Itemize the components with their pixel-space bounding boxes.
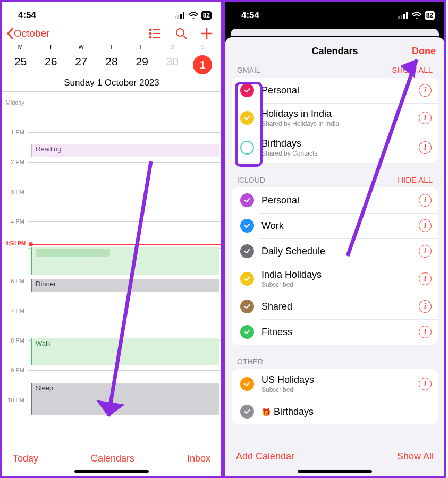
day-column-selected[interactable]: S1 <box>188 44 218 74</box>
home-indicator[interactable] <box>298 470 372 473</box>
now-time-label: 4:54 PM <box>5 241 26 246</box>
calendar-row[interactable]: 🎁Birthdays <box>232 399 438 424</box>
calendar-row[interactable]: Holidays in IndiaShared by Holidays in I… <box>232 103 438 133</box>
battery-icon: 82 <box>201 11 212 20</box>
svg-line-11 <box>183 36 187 39</box>
search-icon[interactable] <box>175 28 187 39</box>
today-button[interactable]: Today <box>13 453 38 464</box>
svg-rect-2 <box>180 14 182 19</box>
show-all-gmail[interactable]: SHOW ALL <box>392 65 433 74</box>
day-column[interactable]: S30 <box>157 44 188 74</box>
other-group: US HolidaysSubscribedi 🎁Birthdays <box>232 369 438 424</box>
checkbox-icon[interactable] <box>240 272 254 286</box>
info-button[interactable]: i <box>419 219 432 232</box>
info-button[interactable]: i <box>419 378 432 390</box>
gift-icon: 🎁 <box>261 408 271 416</box>
calendar-row[interactable]: India HolidaysSubscribedi <box>232 264 438 294</box>
calendar-row[interactable]: Fitnessi <box>232 319 438 345</box>
list-view-icon[interactable] <box>149 28 162 39</box>
calendar-row[interactable]: Worki <box>232 213 438 238</box>
checkbox-icon[interactable] <box>240 83 254 97</box>
cellular-icon <box>175 12 185 19</box>
hour-label: 4 PM <box>2 218 28 225</box>
svg-rect-19 <box>406 12 408 19</box>
now-indicator <box>30 244 221 245</box>
home-indicator[interactable] <box>74 470 149 473</box>
status-time: 4:54 <box>18 10 36 21</box>
checkbox-icon[interactable] <box>240 193 254 207</box>
day-column[interactable]: T26 <box>36 44 66 74</box>
add-calendar-button[interactable]: Add Calendar <box>236 451 294 462</box>
checkbox-icon[interactable] <box>240 377 254 391</box>
calendar-row[interactable]: Sharedi <box>232 294 438 319</box>
event-sleep[interactable]: Sleep <box>31 383 219 415</box>
info-button[interactable]: i <box>419 112 432 124</box>
hour-label: 1 PM <box>2 129 28 135</box>
event-blurred[interactable] <box>31 247 219 275</box>
calendars-button[interactable]: Calendars <box>91 453 134 464</box>
chevron-left-icon <box>6 28 14 39</box>
calendar-row[interactable]: BirthdaysShared by Contacts i <box>232 133 438 163</box>
info-button[interactable]: i <box>419 84 432 97</box>
gmail-group: Personal i Holidays in IndiaShared by Ho… <box>232 78 438 163</box>
hour-label: 6 PM <box>2 278 28 284</box>
svg-rect-3 <box>183 12 184 19</box>
calendar-row[interactable]: Personal i <box>232 78 438 103</box>
info-button[interactable]: i <box>419 245 432 258</box>
svg-point-8 <box>150 37 151 38</box>
section-header-gmail: GMAIL <box>237 66 260 74</box>
event-walk[interactable]: Walk <box>31 338 219 365</box>
calendar-row[interactable]: Daily Schedulei <box>232 238 438 264</box>
checkbox-icon[interactable] <box>240 405 254 419</box>
svg-rect-16 <box>398 16 400 19</box>
event-reading[interactable]: Reading <box>31 144 219 157</box>
info-button[interactable]: i <box>419 300 432 313</box>
checkbox-icon[interactable] <box>240 244 254 258</box>
hour-label: Midday <box>2 99 28 106</box>
info-button[interactable]: i <box>419 326 432 338</box>
svg-rect-18 <box>403 14 405 19</box>
inbox-button[interactable]: Inbox <box>187 453 210 464</box>
status-time: 4:54 <box>241 10 259 21</box>
wifi-icon <box>412 12 421 19</box>
section-header-icloud: ICLOUD <box>237 176 265 184</box>
hour-label: 8 PM <box>2 337 28 344</box>
svg-point-6 <box>150 33 151 35</box>
day-column[interactable]: W27 <box>66 44 96 74</box>
back-button[interactable]: October <box>6 28 50 39</box>
calendar-row[interactable]: Personali <box>232 187 438 213</box>
status-bar: 4:54 82 <box>225 2 444 25</box>
done-button[interactable]: Done <box>412 46 436 57</box>
battery-icon: 82 <box>425 11 435 20</box>
checkbox-icon[interactable] <box>240 325 254 339</box>
info-button[interactable]: i <box>419 194 432 207</box>
day-column[interactable]: T28 <box>96 44 126 74</box>
checkbox-icon[interactable] <box>240 300 254 313</box>
svg-rect-0 <box>175 16 176 19</box>
wifi-icon <box>189 12 198 19</box>
add-icon[interactable] <box>201 28 213 39</box>
checkbox-icon[interactable] <box>240 141 254 155</box>
calendar-header: October <box>2 25 221 44</box>
hour-label: 10 PM <box>2 397 28 403</box>
calendar-day-view: 4:54 82 October M25 T26 W27 T28 F29 S30 … <box>0 0 223 478</box>
day-column[interactable]: M25 <box>5 44 36 74</box>
calendar-row[interactable]: US HolidaysSubscribedi <box>232 369 438 399</box>
info-button[interactable]: i <box>419 272 432 285</box>
info-button[interactable]: i <box>419 141 432 154</box>
hide-all-icloud[interactable]: HIDE ALL <box>398 175 433 184</box>
hour-label: 9 PM <box>2 367 28 373</box>
checkbox-icon[interactable] <box>240 111 254 125</box>
calendars-sheet-view: 4:54 82 Calendars Done GMAIL SHOW ALL Pe… <box>223 0 446 478</box>
checkbox-icon[interactable] <box>240 219 254 233</box>
svg-point-10 <box>176 29 184 36</box>
event-dinner[interactable]: Dinner <box>31 279 219 292</box>
day-column[interactable]: F29 <box>127 44 157 74</box>
hour-label: 3 PM <box>2 189 28 195</box>
date-title: Sunday 1 October 2023 <box>2 78 221 88</box>
sheet-title: Calendars <box>311 46 358 56</box>
hour-label: 2 PM <box>2 159 28 165</box>
show-all-button[interactable]: Show All <box>397 451 434 462</box>
icloud-group: Personali Worki Daily Schedulei India Ho… <box>232 187 438 345</box>
day-timeline[interactable]: Midday 1 PM 2 PM 3 PM 4 PM 6 PM 7 PM 8 P… <box>2 92 221 426</box>
